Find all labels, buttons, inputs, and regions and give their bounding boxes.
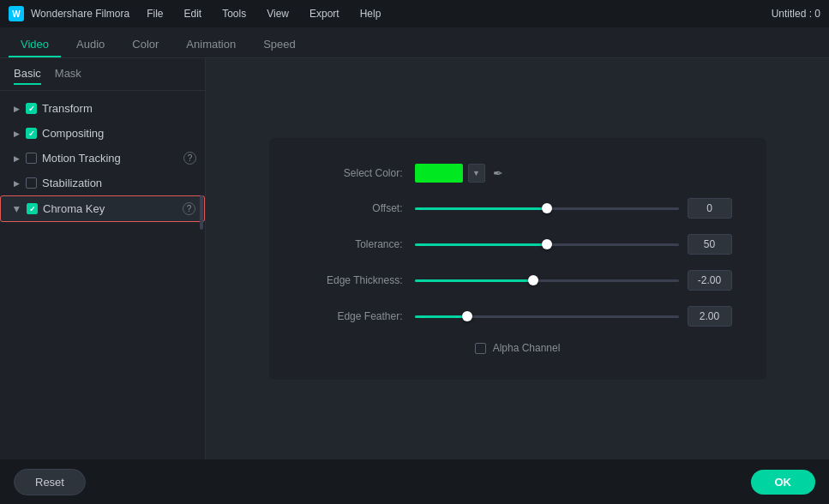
edge-feather-slider-thumb[interactable] (462, 311, 472, 321)
app-name: Wondershare Filmora (31, 8, 129, 20)
select-color-row: Select Color: ▼ ✒ (303, 164, 732, 183)
tolerance-slider-thumb[interactable] (542, 239, 552, 249)
section-compositing[interactable]: ▶ Compositing (0, 121, 205, 146)
checkbox-compositing[interactable] (26, 128, 37, 139)
offset-slider-container: 0 (415, 198, 732, 219)
tolerance-slider-fill (415, 243, 547, 246)
menu-tools[interactable]: Tools (219, 6, 249, 21)
section-chroma-key[interactable]: ▶ Chroma Key ? (0, 195, 205, 222)
offset-slider-fill (415, 207, 547, 210)
help-icon-chroma-key[interactable]: ? (183, 202, 195, 215)
section-stabilization[interactable]: ▶ Stabilization (0, 171, 205, 195)
expand-icon-compositing: ▶ (12, 129, 21, 138)
expand-icon-chroma-key: ▶ (13, 205, 21, 213)
tab-mask[interactable]: Mask (55, 67, 81, 85)
alpha-channel-row: Alpha Channel (303, 342, 732, 354)
tab-speed[interactable]: Speed (251, 33, 308, 57)
tolerance-value[interactable]: 50 (688, 234, 732, 255)
section-list: ▶ Transform ▶ Compositing ▶ Motion Track… (0, 91, 205, 459)
tab-animation[interactable]: Animation (174, 33, 248, 57)
checkbox-alpha-channel[interactable] (475, 343, 486, 354)
menu-view[interactable]: View (263, 6, 292, 21)
offset-slider-thumb[interactable] (542, 203, 552, 213)
menu-file[interactable]: File (143, 6, 166, 21)
tab-basic[interactable]: Basic (14, 67, 41, 85)
section-motion-tracking[interactable]: ▶ Motion Tracking ? (0, 146, 205, 171)
color-swatch[interactable] (415, 164, 463, 183)
bottom-bar: Reset OK (0, 459, 829, 504)
offset-label: Offset: (303, 202, 415, 214)
color-dropdown-button[interactable]: ▼ (468, 164, 485, 183)
menu-edit[interactable]: Edit (181, 6, 206, 21)
edge-thickness-value[interactable]: -2.00 (688, 270, 732, 291)
app-logo: W (9, 6, 24, 21)
settings-panel: Select Color: ▼ ✒ Offset: (206, 58, 829, 459)
tolerance-row: Tolerance: 50 (303, 234, 732, 255)
scrollbar-thumb[interactable] (200, 195, 203, 230)
edge-feather-label: Edge Feather: (303, 310, 415, 322)
titlebar: W Wondershare Filmora File Edit Tools Vi… (0, 0, 829, 27)
edge-feather-slider-fill (415, 315, 468, 318)
edge-thickness-slider-track[interactable] (415, 279, 679, 282)
tolerance-slider-container: 50 (415, 234, 732, 255)
tab-color[interactable]: Color (120, 33, 171, 57)
tab-video[interactable]: Video (9, 33, 61, 57)
offset-row: Offset: 0 (303, 198, 732, 219)
menu-help[interactable]: Help (357, 6, 385, 21)
offset-slider-track[interactable] (415, 207, 679, 210)
main-tab-bar: Video Audio Color Animation Speed (0, 27, 829, 58)
label-motion-tracking: Motion Tracking (42, 152, 178, 165)
select-color-label: Select Color: (303, 167, 415, 179)
label-chroma-key: Chroma Key (43, 202, 177, 215)
label-stabilization: Stabilization (42, 177, 196, 189)
menu-bar: File Edit Tools View Export Help (143, 6, 384, 21)
help-icon-motion-tracking[interactable]: ? (183, 152, 196, 165)
left-panel: Basic Mask ▶ Transform ▶ Compositing ▶ M… (0, 58, 206, 459)
edge-thickness-slider-thumb[interactable] (528, 275, 538, 285)
alpha-channel-label: Alpha Channel (493, 342, 561, 354)
edge-thickness-slider-fill (415, 279, 534, 282)
content-area: Basic Mask ▶ Transform ▶ Compositing ▶ M… (0, 58, 829, 459)
edge-thickness-slider-container: -2.00 (415, 270, 732, 291)
project-title: Untitled : 0 (772, 8, 820, 20)
tab-audio[interactable]: Audio (64, 33, 117, 57)
expand-icon-stabilization: ▶ (12, 179, 21, 188)
edge-feather-slider-container: 2.00 (415, 306, 732, 327)
tolerance-label: Tolerance: (303, 238, 415, 250)
section-transform[interactable]: ▶ Transform (0, 96, 205, 121)
label-compositing: Compositing (42, 127, 196, 140)
eyedropper-icon[interactable]: ✒ (490, 165, 506, 181)
label-transform: Transform (42, 102, 196, 115)
chroma-key-settings: Select Color: ▼ ✒ Offset: (269, 138, 766, 380)
tolerance-slider-track[interactable] (415, 243, 679, 246)
edge-feather-row: Edge Feather: 2.00 (303, 306, 732, 327)
edge-feather-slider-track[interactable] (415, 315, 679, 318)
expand-icon-motion-tracking: ▶ (12, 154, 21, 163)
menu-export[interactable]: Export (306, 6, 343, 21)
ok-button[interactable]: OK (751, 470, 816, 495)
checkbox-transform[interactable] (26, 103, 37, 114)
right-panel: Select Color: ▼ ✒ Offset: (206, 58, 829, 459)
checkbox-motion-tracking[interactable] (26, 153, 37, 164)
reset-button[interactable]: Reset (14, 469, 86, 495)
expand-icon-transform: ▶ (12, 105, 21, 113)
edge-thickness-label: Edge Thickness: (303, 274, 415, 286)
offset-value[interactable]: 0 (688, 198, 732, 219)
sub-tab-bar: Basic Mask (0, 58, 205, 91)
edge-feather-value[interactable]: 2.00 (688, 306, 732, 327)
color-picker: ▼ ✒ (415, 164, 506, 183)
checkbox-stabilization[interactable] (26, 177, 37, 189)
edge-thickness-row: Edge Thickness: -2.00 (303, 270, 732, 291)
checkbox-chroma-key[interactable] (27, 203, 38, 214)
